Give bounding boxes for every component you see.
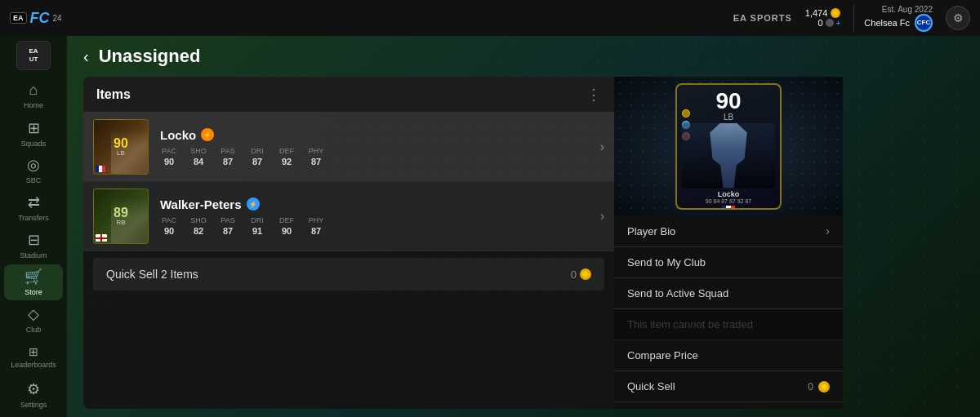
france-flag (96, 166, 105, 172)
big-card-pos: LB (724, 113, 733, 122)
menu-label-player-bio: Player Bio (627, 225, 675, 237)
side-icon-1 (682, 109, 690, 118)
england-flag (96, 234, 107, 242)
club-logo: CFC (915, 14, 933, 32)
stat-def-wp: 90 (278, 226, 296, 236)
stat-label-pas2: PAS (219, 216, 237, 224)
home-icon: ⌂ (29, 82, 38, 99)
player-bio-chevron: › (826, 224, 830, 237)
page-title: Unassigned (99, 46, 201, 67)
ea-sports-logo: EA SPORTS (733, 13, 792, 23)
stat-label-pas: PAS (219, 147, 237, 155)
est-label: Est. Aug 2022 (882, 5, 933, 14)
stat-label-def2: DEF (278, 216, 296, 224)
menu-item-quick-sell[interactable]: Quick Sell 0 (614, 371, 843, 402)
squads-icon: ⊞ (28, 119, 40, 137)
card-flags-locko (96, 166, 105, 172)
stat-label-sho: SHO (189, 147, 207, 155)
menu-label-send-to-my-club: Send to My Club (627, 256, 706, 268)
stat-pac-wp: 90 (160, 226, 178, 236)
club-row: Chelsea Fc CFC (864, 14, 933, 32)
stat-dri-locko: 87 (248, 157, 266, 166)
menu-item-cannot-trade: This item cannot be traded (614, 309, 843, 340)
stats-values-locko: 90 84 87 87 92 87 (160, 157, 594, 166)
big-card-stats-text: 90 84 87 87 92 87 (706, 198, 751, 204)
big-card-flags (722, 206, 735, 210)
quick-sell-menu-value: 0 (808, 381, 830, 393)
stat-sho-locko: 84 (189, 157, 207, 166)
big-card-rating: 90 (715, 90, 741, 113)
sidebar-label-club: Club (26, 326, 42, 334)
sidebar-item-store[interactable]: 🛒 Store (4, 264, 63, 300)
fc-text: FC (30, 10, 50, 27)
quick-sell-value: 0 (571, 268, 577, 281)
sidebar-item-leaderboards[interactable]: ⊞ Leaderboards (4, 339, 63, 375)
big-card-player-area (682, 123, 775, 189)
quick-sell-label: Quick Sell 2 Items (106, 268, 198, 281)
sidebar-label-squads: Squads (21, 140, 47, 148)
menu-item-player-bio[interactable]: Player Bio › (614, 215, 843, 247)
sidebar-logo: EAUT (16, 41, 51, 70)
sidebar-item-squads[interactable]: ⊞ Squads (4, 115, 63, 151)
main-layout: EAUT ⌂ Home ⊞ Squads ◎ SBC ⇄ Transfers ⊟… (0, 36, 980, 417)
menu-item-compare-price[interactable]: Compare Price (614, 340, 843, 371)
menu-label-cannot-trade: This item cannot be traded (627, 318, 753, 330)
stat-label-phy2: PHY (307, 216, 325, 224)
menu-item-send-to-my-club[interactable]: Send to My Club (614, 247, 843, 278)
menu-item-send-to-active-squad[interactable]: Send to Active Squad (614, 278, 843, 309)
big-card-locko: 90 LB Locko 90 84 87 87 92 87 (675, 83, 782, 210)
quick-sell-coin-icon (580, 268, 591, 280)
content-area: ‹ Unassigned Items ⋮ 90 LB (67, 36, 980, 417)
sidebar-item-stadium[interactable]: ⊟ Stadium (4, 227, 63, 263)
player-badge-locko: ⚡ (201, 128, 214, 141)
right-panel: 90 LB Locko 90 84 87 87 92 87 (614, 77, 843, 409)
stats-values-wp: 90 82 87 91 90 87 (160, 226, 594, 236)
quick-sell-menu-number: 0 (808, 381, 813, 393)
settings-icon: ⚙ (27, 380, 40, 398)
leaderboards-icon: ⊞ (29, 345, 38, 358)
player-badge-wp: ⚡ (247, 197, 260, 211)
transfers-icon: ⇄ (28, 193, 40, 211)
settings-button[interactable]: ⚙ (946, 6, 970, 30)
stat-pac-locko: 90 (160, 157, 178, 166)
sidebar-item-transfers[interactable]: ⇄ Transfers (4, 190, 63, 226)
top-bar-left: EA FC 24 (10, 10, 62, 27)
chevron-right-locko: › (600, 140, 604, 154)
player-row-locko[interactable]: 90 LB Locko ⚡ PAC (83, 113, 614, 182)
player-name-row-wp: Walker-Peters ⚡ (160, 197, 594, 211)
page-header: ‹ Unassigned (67, 36, 980, 77)
token-row: 0 + (817, 18, 840, 28)
stat-label-sho2: SHO (189, 216, 207, 224)
sidebar-item-home[interactable]: ⌂ Home (4, 78, 63, 114)
stats-header-locko: PAC SHO PAS DRI DEF PHY (160, 147, 594, 155)
player-row-walker-peters[interactable]: 89 RB Walker-Peters ⚡ (83, 182, 614, 251)
player-name-wp: Walker-Peters (160, 197, 242, 211)
coins-area: 1,474 0 + (805, 8, 841, 28)
sidebar-label-sbc: SBC (26, 176, 42, 184)
items-title: Items (96, 87, 131, 102)
back-button[interactable]: ‹ (83, 47, 89, 66)
player-info-locko: Locko ⚡ PAC SHO PAS DRI DEF PHY 90 (149, 128, 594, 166)
player-card-walker-peters: 89 RB (93, 189, 149, 244)
sidebar-label-store: Store (24, 288, 42, 296)
stat-label-pac: PAC (160, 147, 178, 155)
stat-dri-wp: 91 (248, 226, 266, 236)
items-panel: Items ⋮ 90 LB Locko (83, 77, 614, 409)
top-bar: EA FC 24 EA SPORTS 1,474 0 + Est. Aug 20… (0, 0, 980, 36)
big-card-name: Locko (718, 190, 740, 198)
sidebar-item-settings[interactable]: ⚙ Settings (4, 376, 63, 412)
stat-pas-locko: 87 (219, 157, 237, 166)
top-bar-right: EA SPORTS 1,474 0 + Est. Aug 2022 Chelse… (733, 5, 970, 32)
sidebar-item-sbc[interactable]: ◎ SBC (4, 153, 63, 189)
sidebar-label-leaderboards: Leaderboards (11, 361, 56, 369)
menu-label-quick-sell: Quick Sell (627, 380, 675, 393)
quick-sell-row[interactable]: Quick Sell 2 Items 0 (93, 258, 604, 291)
more-button[interactable]: ⋮ (586, 86, 601, 104)
sidebar: EAUT ⌂ Home ⊞ Squads ◎ SBC ⇄ Transfers ⊟… (0, 36, 67, 417)
stat-label-dri2: DRI (248, 216, 266, 224)
context-menu: Player Bio › Send to My Club Send to Act… (614, 215, 843, 409)
quick-sell-value-area: 0 (571, 268, 591, 281)
sidebar-item-club[interactable]: ◇ Club (4, 302, 63, 338)
player-silhouette (702, 123, 755, 189)
coins-value: 1,474 (805, 8, 828, 18)
